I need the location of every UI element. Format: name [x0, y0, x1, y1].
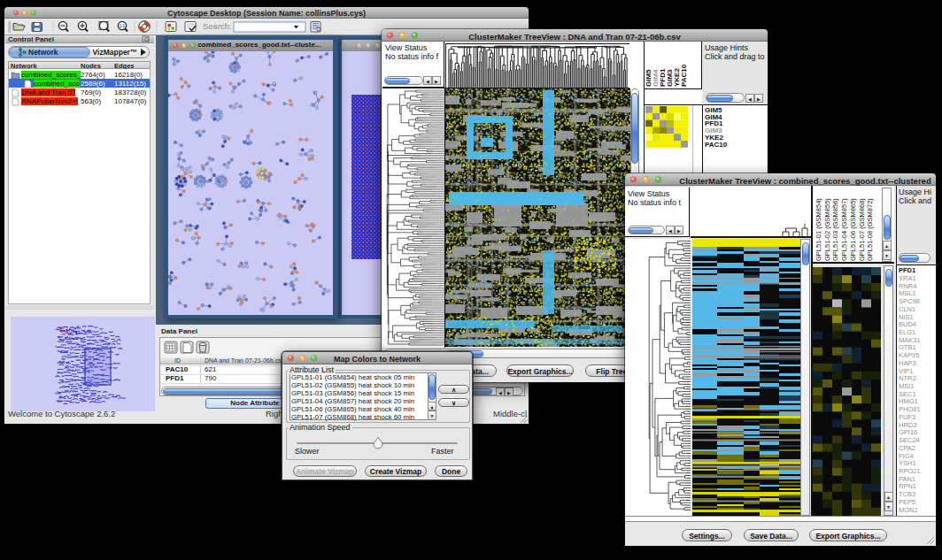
- svg-text:YRA1: YRA1: [899, 274, 916, 282]
- svg-text:RPN1: RPN1: [899, 482, 916, 490]
- svg-text:GPI16: GPI16: [899, 428, 917, 436]
- svg-text:PAC10: PAC10: [680, 64, 688, 87]
- svg-text:MAK31: MAK31: [899, 336, 921, 344]
- svg-text:RNR4: RNR4: [899, 282, 916, 290]
- svg-text:PUF3: PUF3: [899, 413, 915, 421]
- svg-text:GPL51-08 (GSM872): GPL51-08 (GSM872): [866, 198, 874, 261]
- svg-text:ELG1: ELG1: [899, 328, 915, 336]
- svg-text:SEC24: SEC24: [899, 436, 920, 444]
- svg-text:GPL51-03 (GSM856): GPL51-03 (GSM856): [831, 198, 839, 261]
- svg-text:HRD3: HRD3: [899, 421, 916, 429]
- svg-text:KAP95: KAP95: [899, 351, 919, 359]
- svg-text:MSI1: MSI1: [899, 382, 915, 390]
- svg-text:BUD4: BUD4: [899, 320, 916, 328]
- svg-text:PHO81: PHO81: [899, 405, 921, 413]
- svg-text:NTR2: NTR2: [899, 374, 916, 382]
- svg-text:NIS1: NIS1: [899, 313, 914, 321]
- svg-text:PFD1: PFD1: [899, 266, 915, 274]
- svg-text:GPL51-02 (GSM855): GPL51-02 (GSM855): [823, 198, 831, 261]
- svg-text:VIP1: VIP1: [899, 367, 913, 375]
- svg-text:PEP5: PEP5: [899, 498, 915, 506]
- svg-text:PAN1: PAN1: [899, 475, 915, 483]
- svg-text:MON2: MON2: [899, 506, 918, 514]
- svg-text:GPL51-06 (GSM865): GPL51-06 (GSM865): [849, 198, 857, 261]
- svg-text:HMG1: HMG1: [899, 397, 918, 405]
- svg-text:GPL51-01 (GSM854): GPL51-01 (GSM854): [815, 198, 822, 261]
- svg-text:FIG4: FIG4: [899, 452, 914, 460]
- svg-text:HAP3: HAP3: [899, 359, 916, 367]
- svg-text:CPA2: CPA2: [899, 444, 915, 452]
- svg-text:SEC1: SEC1: [899, 390, 916, 398]
- svg-text:MSL1: MSL1: [899, 289, 916, 297]
- svg-text:SPC98: SPC98: [899, 297, 920, 305]
- svg-text:TCB3: TCB3: [899, 490, 915, 498]
- svg-text:YSH1: YSH1: [899, 459, 916, 467]
- svg-text:RPO21: RPO21: [899, 467, 921, 475]
- svg-text:1:1: 1:1: [120, 24, 126, 28]
- svg-text:GTB1: GTB1: [899, 343, 916, 351]
- svg-text:GPL51-07 (GSM868): GPL51-07 (GSM868): [858, 198, 866, 261]
- svg-text:GPL51-04 (GSM857): GPL51-04 (GSM857): [840, 198, 848, 261]
- svg-text:CLN1: CLN1: [899, 305, 915, 313]
- svg-text:Search:: Search:: [203, 21, 232, 31]
